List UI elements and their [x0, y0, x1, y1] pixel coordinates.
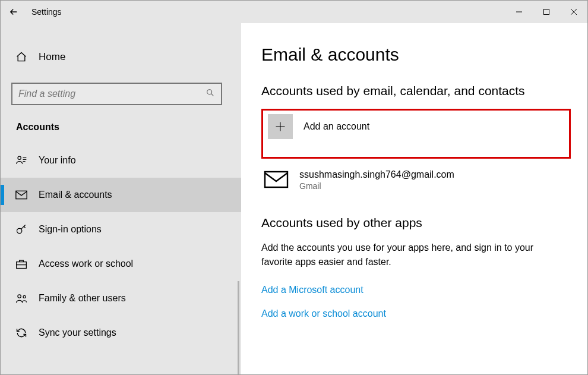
- window-controls: [505, 1, 587, 23]
- nav-signin-options[interactable]: Sign-in options: [1, 212, 241, 247]
- nav-label: Family & other users: [39, 293, 126, 304]
- settings-window: Settings Home Accoun: [0, 0, 588, 375]
- titlebar: Settings: [1, 1, 587, 23]
- svg-point-14: [23, 295, 26, 298]
- account-email: ssushmasingh.singh764@gmail.com: [299, 169, 454, 180]
- section-heading: Accounts used by other apps: [261, 216, 571, 230]
- user-icon: [15, 154, 28, 167]
- sync-icon: [15, 326, 28, 339]
- svg-point-4: [207, 90, 212, 94]
- envelope-icon: [264, 171, 289, 190]
- svg-rect-10: [16, 191, 27, 198]
- app-title: Settings: [31, 7, 62, 17]
- home-icon: [15, 51, 28, 64]
- home-nav[interactable]: Home: [1, 43, 241, 71]
- svg-rect-17: [265, 172, 287, 187]
- svg-rect-1: [544, 10, 549, 15]
- svg-point-11: [17, 228, 22, 233]
- back-button[interactable]: [1, 1, 27, 23]
- section-heading: Accounts used by email, calendar, and co…: [261, 84, 571, 98]
- page-title: Email & accounts: [261, 45, 571, 65]
- svg-line-5: [211, 94, 214, 96]
- nav-access-work-school[interactable]: Access work or school: [1, 247, 241, 281]
- nav-label: Email & accounts: [39, 190, 112, 200]
- svg-point-6: [18, 156, 21, 159]
- search-input[interactable]: [18, 89, 206, 99]
- plus-icon: [268, 114, 293, 139]
- briefcase-icon: [15, 257, 28, 270]
- arrow-left-icon: [8, 7, 19, 17]
- body-area: Home Accounts Your info: [1, 23, 587, 374]
- account-info: ssushmasingh.singh764@gmail.com Gmail: [299, 169, 454, 191]
- content-area: Email & accounts Accounts used by email,…: [241, 23, 587, 374]
- add-microsoft-account-link[interactable]: Add a Microsoft account: [261, 285, 571, 295]
- nav-sync-settings[interactable]: Sync your settings: [1, 316, 241, 350]
- close-button[interactable]: [560, 1, 587, 23]
- add-work-school-account-link[interactable]: Add a work or school account: [261, 308, 571, 319]
- account-entry[interactable]: ssushmasingh.singh764@gmail.com Gmail: [264, 169, 571, 191]
- nav-label: Sync your settings: [39, 327, 116, 338]
- add-account-label: Add an account: [304, 121, 369, 132]
- search-container: [11, 83, 230, 105]
- minimize-icon: [516, 8, 523, 15]
- nav-family-users[interactable]: Family & other users: [1, 281, 241, 316]
- people-icon: [15, 292, 28, 305]
- mail-icon: [15, 188, 28, 201]
- svg-point-13: [18, 295, 21, 298]
- nav-label: Access work or school: [39, 259, 133, 269]
- minimize-button[interactable]: [505, 1, 533, 23]
- nav-list: Your info Email & accounts Sign-in optio…: [1, 143, 241, 350]
- nav-label: Your info: [39, 155, 76, 166]
- account-provider: Gmail: [299, 181, 454, 191]
- key-icon: [15, 223, 28, 236]
- search-icon: [206, 88, 215, 100]
- maximize-button[interactable]: [533, 1, 560, 23]
- sidebar: Home Accounts Your info: [1, 23, 241, 374]
- section-title: Accounts: [16, 122, 241, 133]
- maximize-icon: [543, 8, 550, 15]
- home-label: Home: [39, 51, 65, 63]
- nav-email-accounts[interactable]: Email & accounts: [1, 178, 241, 212]
- nav-your-info[interactable]: Your info: [1, 143, 241, 178]
- add-account-button[interactable]: Add an account: [268, 114, 564, 139]
- search-box[interactable]: [11, 83, 222, 105]
- add-account-highlight: Add an account: [261, 109, 571, 159]
- nav-label: Sign-in options: [39, 224, 102, 235]
- section-description: Add the accounts you use for your apps h…: [261, 241, 564, 269]
- close-icon: [570, 8, 577, 15]
